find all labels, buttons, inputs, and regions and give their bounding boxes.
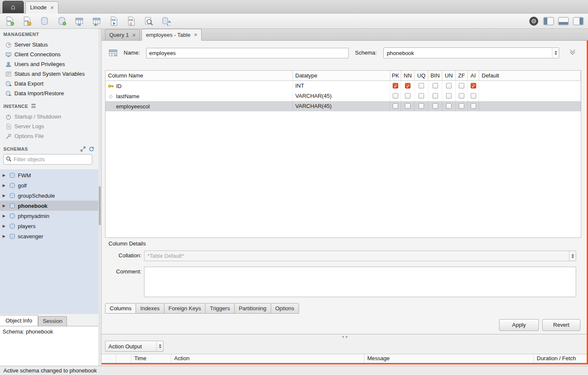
uq-checkbox[interactable] bbox=[419, 93, 424, 99]
sidebar-item-data-export[interactable]: Data Export bbox=[0, 79, 98, 88]
run-sql-script-icon[interactable]: SQL bbox=[108, 16, 119, 27]
sidebar-item-server-status[interactable]: Server Status bbox=[0, 40, 98, 50]
revert-button[interactable]: Revert bbox=[542, 319, 580, 331]
collapse-header-icon[interactable] bbox=[568, 48, 577, 58]
scrollbar-thumb[interactable] bbox=[99, 186, 101, 225]
tab-query-1[interactable]: Query 1 × bbox=[105, 29, 140, 40]
nn-checkbox[interactable] bbox=[405, 83, 410, 88]
refresh-schemas-icon[interactable] bbox=[89, 146, 94, 152]
search-objects-icon[interactable] bbox=[143, 16, 154, 27]
new-sql-tab-icon[interactable]: SQL+ bbox=[4, 16, 15, 27]
nn-checkbox[interactable] bbox=[405, 93, 410, 99]
column-default[interactable] bbox=[479, 81, 581, 91]
toggle-output-area-icon[interactable] bbox=[558, 16, 569, 27]
schema-item-phonebook[interactable]: ▶ phonebook bbox=[0, 201, 98, 211]
uq-checkbox[interactable] bbox=[419, 103, 424, 109]
header-zf[interactable]: ZF bbox=[456, 71, 468, 81]
ai-checkbox[interactable] bbox=[471, 93, 476, 99]
zf-checkbox[interactable] bbox=[459, 93, 464, 99]
nn-checkbox[interactable] bbox=[405, 103, 410, 109]
action-output-select[interactable]: Action Output bbox=[105, 341, 164, 352]
header-uq[interactable]: UQ bbox=[415, 71, 428, 81]
schema-item-golf[interactable]: ▶ golf bbox=[0, 180, 98, 190]
output-col-time[interactable]: Time bbox=[131, 354, 171, 363]
sidebar-item-status-system-variables[interactable]: Status and System Variables bbox=[0, 69, 98, 79]
comment-textarea[interactable] bbox=[144, 267, 576, 297]
subtab-indexes[interactable]: Indexes bbox=[136, 303, 164, 314]
sidebar-item-data-import[interactable]: Data Import/Restore bbox=[0, 88, 98, 98]
bin-checkbox[interactable] bbox=[433, 93, 438, 99]
schema-item-scavenger[interactable]: ▶ scavenger bbox=[0, 231, 98, 241]
pk-checkbox[interactable] bbox=[393, 83, 398, 88]
zf-checkbox[interactable] bbox=[459, 83, 464, 88]
close-tab-icon[interactable]: × bbox=[50, 4, 54, 11]
header-nn[interactable]: NN bbox=[401, 71, 415, 81]
schema-select[interactable]: phonebook bbox=[383, 47, 559, 58]
tab-session[interactable]: Session bbox=[38, 316, 67, 326]
un-checkbox[interactable] bbox=[446, 93, 452, 99]
column-row-id[interactable]: ID INT bbox=[105, 81, 581, 91]
header-datatype[interactable]: Datatype bbox=[293, 71, 390, 81]
expand-arrow-icon[interactable]: ▶ bbox=[3, 173, 7, 177]
pk-checkbox[interactable] bbox=[393, 103, 398, 109]
tab-employees-table[interactable]: employees - Table × bbox=[141, 29, 201, 41]
subtab-foreign-keys[interactable]: Foreign Keys bbox=[164, 303, 206, 314]
open-sql-script-icon[interactable]: SQL bbox=[22, 16, 33, 27]
header-default[interactable]: Default bbox=[479, 71, 581, 81]
connection-tab[interactable]: Linode × bbox=[25, 1, 58, 14]
expand-arrow-icon[interactable]: ▶ bbox=[3, 204, 7, 208]
zf-checkbox[interactable] bbox=[459, 103, 464, 109]
output-col-action[interactable]: Action bbox=[171, 354, 364, 363]
header-column-name[interactable]: Column Name bbox=[105, 71, 293, 81]
expand-arrow-icon[interactable]: ▶ bbox=[3, 214, 7, 218]
column-row-lastname[interactable]: ◇ lastName VARCHAR(45) bbox=[105, 91, 581, 101]
column-default[interactable] bbox=[479, 101, 581, 111]
header-ai[interactable]: AI bbox=[468, 71, 479, 81]
header-pk[interactable]: PK bbox=[390, 71, 401, 81]
create-schema-icon[interactable] bbox=[39, 16, 50, 27]
column-row-employeescol[interactable]: employeescol VARCHAR(45) bbox=[105, 101, 581, 111]
apply-button[interactable]: Apply bbox=[499, 319, 539, 331]
schema-item-players[interactable]: ▶ players bbox=[0, 221, 98, 231]
table-data-import-icon[interactable] bbox=[74, 16, 85, 27]
schema-item-phpmyadmin[interactable]: ▶ phpmyadmin bbox=[0, 211, 98, 221]
expand-arrow-icon[interactable]: ▶ bbox=[3, 193, 7, 198]
bin-checkbox[interactable] bbox=[433, 83, 438, 88]
subtab-columns[interactable]: Columns bbox=[105, 303, 136, 314]
output-col-duration[interactable]: Duration / Fetch bbox=[534, 354, 588, 363]
close-tab-icon[interactable]: × bbox=[194, 31, 197, 38]
schema-item-fwm[interactable]: ▶ FWM bbox=[0, 170, 98, 180]
collation-select[interactable]: *Table Default* bbox=[144, 251, 576, 261]
home-tab[interactable]: ⌂ bbox=[3, 1, 24, 13]
toggle-secondary-sidebar-icon[interactable] bbox=[573, 16, 584, 27]
tab-object-info[interactable]: Object Info bbox=[0, 315, 38, 326]
ai-checkbox[interactable] bbox=[471, 83, 476, 88]
column-default[interactable] bbox=[479, 91, 581, 101]
un-checkbox[interactable] bbox=[446, 83, 452, 88]
sidebar-item-client-connections[interactable]: Client Connections bbox=[0, 50, 98, 59]
toggle-sidebar-icon[interactable] bbox=[543, 16, 554, 27]
output-col-message[interactable]: Message bbox=[364, 354, 534, 363]
expand-arrow-icon[interactable]: ▶ bbox=[3, 224, 7, 228]
expand-arrow-icon[interactable]: ▶ bbox=[3, 183, 7, 188]
un-checkbox[interactable] bbox=[446, 103, 452, 109]
table-data-export-icon[interactable] bbox=[91, 16, 102, 27]
reconnect-db-icon[interactable] bbox=[161, 16, 172, 27]
sidebar-item-options-file[interactable]: Options File bbox=[0, 131, 98, 141]
sql-inspector-icon[interactable]: SQL{} bbox=[126, 16, 137, 27]
schema-item-groupschedule[interactable]: ▶ groupSchedule bbox=[0, 190, 98, 201]
sidebar-scrollbar[interactable] bbox=[98, 29, 102, 366]
create-table-icon[interactable]: + bbox=[56, 16, 67, 27]
expand-schemas-icon[interactable] bbox=[80, 146, 86, 152]
expand-arrow-icon[interactable]: ▶ bbox=[3, 234, 7, 238]
uq-checkbox[interactable] bbox=[419, 83, 424, 88]
header-bin[interactable]: BIN bbox=[428, 71, 442, 81]
close-tab-icon[interactable]: × bbox=[132, 32, 136, 39]
preferences-icon[interactable] bbox=[528, 16, 539, 27]
header-un[interactable]: UN bbox=[442, 71, 456, 81]
subtab-triggers[interactable]: Triggers bbox=[205, 303, 234, 314]
sidebar-item-users-privileges[interactable]: Users and Privileges bbox=[0, 59, 98, 69]
ai-checkbox[interactable] bbox=[471, 103, 476, 109]
subtab-partitioning[interactable]: Partitioning bbox=[234, 303, 271, 314]
pk-checkbox[interactable] bbox=[393, 93, 398, 99]
